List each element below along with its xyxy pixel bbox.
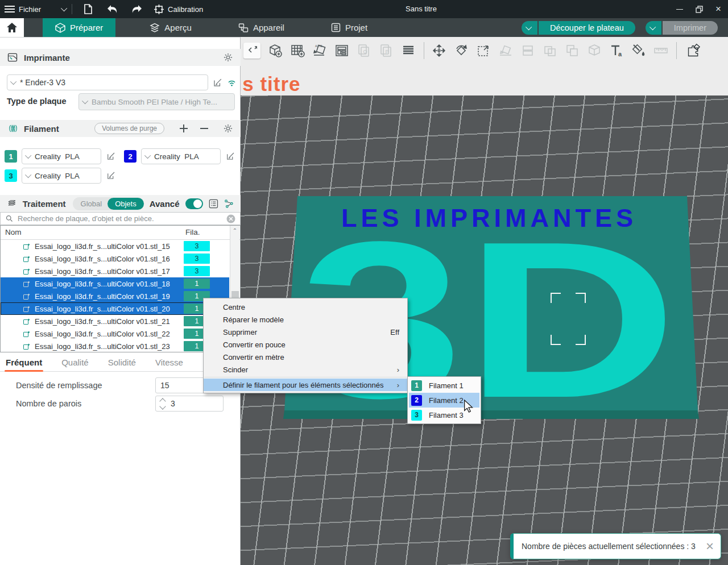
- menu-item-split[interactable]: Scinder›: [204, 363, 407, 376]
- calibration-button[interactable]: Calibration: [150, 0, 208, 18]
- submenu-filament-1[interactable]: 1Filament 1: [409, 378, 479, 393]
- ruler-icon[interactable]: [653, 43, 668, 58]
- filament-1-select[interactable]: Creality PLA: [22, 148, 101, 164]
- filament-3-swatch: 3: [411, 410, 422, 421]
- redo-button[interactable]: [125, 0, 150, 18]
- remove-filament-icon[interactable]: [200, 124, 209, 133]
- table-row[interactable]: Essai_logo_li3d.fr_s...ultiColor v01.stl…: [1, 265, 229, 277]
- print-button[interactable]: Imprimer: [663, 21, 718, 35]
- print-split-button: Imprimer: [646, 21, 718, 35]
- new-file-button[interactable]: [77, 0, 100, 18]
- wifi-icon[interactable]: [226, 77, 237, 88]
- plate-type-select[interactable]: Bambu Smooth PEI Plate / High Te...: [78, 93, 235, 110]
- filament-icon: [7, 123, 18, 134]
- menu-item-repair[interactable]: Réparer le modèle: [204, 313, 407, 326]
- infill-input[interactable]: [160, 381, 200, 390]
- paint-icon[interactable]: [631, 43, 646, 58]
- filament-3-badge: 3: [5, 169, 17, 182]
- scroll-up-icon[interactable]: ⌃: [230, 226, 239, 234]
- cut-icon[interactable]: [520, 43, 535, 58]
- tab-quality[interactable]: Qualité: [61, 358, 89, 367]
- file-menu-chevron-icon[interactable]: [61, 5, 67, 11]
- menu-item-convert-inch[interactable]: Convertir en pouce: [204, 338, 407, 351]
- chevron-down-icon: [25, 172, 31, 178]
- add-plate-icon[interactable]: [290, 43, 305, 58]
- file-menu[interactable]: Fichier: [0, 0, 46, 18]
- tab-strength[interactable]: Solidité: [108, 358, 136, 367]
- tab-device[interactable]: Appareil: [226, 18, 297, 37]
- table-row-selected[interactable]: Essai_logo_li3d.fr_s...ultiColor v01.stl…: [1, 290, 229, 302]
- paste-icon[interactable]: P: [379, 43, 394, 58]
- menu-item-convert-meter[interactable]: Convertir en mètre: [204, 351, 407, 363]
- text-tool-icon[interactable]: a: [609, 43, 624, 58]
- rotate-icon[interactable]: [454, 43, 469, 58]
- scale-icon[interactable]: [476, 43, 491, 58]
- add-filament-icon[interactable]: [179, 124, 188, 133]
- chevron-down-icon: [82, 98, 88, 104]
- gear-icon[interactable]: [222, 123, 234, 134]
- auto-arrange-icon[interactable]: AUTO: [312, 43, 327, 58]
- menu-item-set-filament[interactable]: Définir le filament pour les éléments sé…: [204, 379, 407, 391]
- slice-dropdown-button[interactable]: [522, 21, 537, 35]
- slice-plate-button[interactable]: Découper le plateau: [539, 21, 635, 35]
- merge-icon[interactable]: [543, 43, 557, 58]
- column-filament[interactable]: Fila.: [185, 228, 200, 236]
- scope-global[interactable]: Global: [73, 200, 108, 208]
- edit-icon[interactable]: [212, 77, 223, 88]
- filament-3-select[interactable]: Creality PLA: [22, 168, 101, 184]
- slice-split-button: Découper le plateau: [522, 21, 635, 35]
- filament-section-title: Filament: [24, 124, 59, 134]
- restore-button[interactable]: [689, 0, 709, 18]
- lay-flat-icon[interactable]: [498, 43, 513, 58]
- purge-volumes-button[interactable]: Volumes de purge: [94, 123, 164, 134]
- scope-objects[interactable]: Objets: [107, 198, 144, 210]
- device-icon: [238, 23, 249, 33]
- assembly-icon[interactable]: [686, 43, 701, 58]
- layout-icon[interactable]: [334, 43, 349, 58]
- toast-close-icon[interactable]: ×: [706, 539, 714, 553]
- walls-input[interactable]: [171, 399, 210, 408]
- move-icon[interactable]: [432, 43, 446, 58]
- edit-icon[interactable]: [106, 171, 116, 181]
- window-title: Sans titre: [406, 5, 437, 13]
- menu-separator: [204, 377, 407, 377]
- tab-preview[interactable]: Aperçu: [137, 18, 204, 37]
- undo-button[interactable]: [100, 0, 125, 18]
- table-row-selected[interactable]: Essai_logo_li3d.fr_s...ultiColor v01.stl…: [1, 277, 229, 290]
- print-dropdown-button[interactable]: [646, 21, 661, 35]
- stack-icon[interactable]: [401, 43, 416, 58]
- edit-icon[interactable]: [106, 151, 116, 161]
- table-row[interactable]: Essai_logo_li3d.fr_s...ultiColor v01.stl…: [1, 252, 229, 265]
- minimize-button[interactable]: [670, 0, 689, 18]
- tab-speed[interactable]: Vitesse: [155, 358, 183, 367]
- edit-icon[interactable]: [225, 151, 235, 161]
- table-row[interactable]: Essai_logo_li3d.fr_s...ultiColor v01.stl…: [1, 240, 229, 252]
- column-name[interactable]: Nom: [5, 228, 22, 236]
- table-row[interactable]: Essai_logo_li3d.fr_s...ultiColor v01.stl…: [1, 340, 229, 352]
- parameter-tree-icon[interactable]: [224, 198, 234, 209]
- tab-frequent[interactable]: Fréquent: [6, 358, 42, 367]
- clear-search-icon[interactable]: [226, 214, 235, 223]
- boolean-icon[interactable]: [565, 43, 580, 58]
- menu-item-center[interactable]: Centre: [204, 301, 407, 313]
- tab-prepare[interactable]: Préparer: [43, 18, 115, 37]
- stepper-arrows[interactable]: [160, 399, 165, 409]
- add-object-icon[interactable]: [268, 43, 283, 58]
- search-input[interactable]: [18, 214, 222, 223]
- close-button[interactable]: ×: [709, 0, 728, 18]
- table-row-selected-focused[interactable]: Essai_logo_li3d.fr_s...ultiColor v01.stl…: [1, 302, 229, 315]
- tab-project[interactable]: Projet: [318, 18, 380, 37]
- mesh-icon[interactable]: [587, 43, 602, 58]
- home-button[interactable]: [0, 18, 24, 37]
- menu-item-delete[interactable]: SupprimerEff: [204, 326, 407, 338]
- filament-2-select[interactable]: Creality PLA: [141, 148, 221, 164]
- gear-icon[interactable]: [222, 52, 234, 63]
- printer-select[interactable]: * Ender-3 V3: [7, 74, 208, 90]
- collapse-panel-button[interactable]: [243, 43, 260, 59]
- context-menu: Centre Réparer le modèle SupprimerEff Co…: [203, 298, 408, 393]
- table-row[interactable]: Essai_logo_li3d.fr_s...ultiColor v01.stl…: [1, 315, 229, 327]
- copy-icon[interactable]: O: [357, 43, 371, 58]
- table-row[interactable]: Essai_logo_li3d.fr_s...ultiColor v01.stl…: [1, 327, 229, 340]
- advanced-toggle[interactable]: [185, 198, 204, 209]
- list-settings-icon[interactable]: [209, 198, 218, 209]
